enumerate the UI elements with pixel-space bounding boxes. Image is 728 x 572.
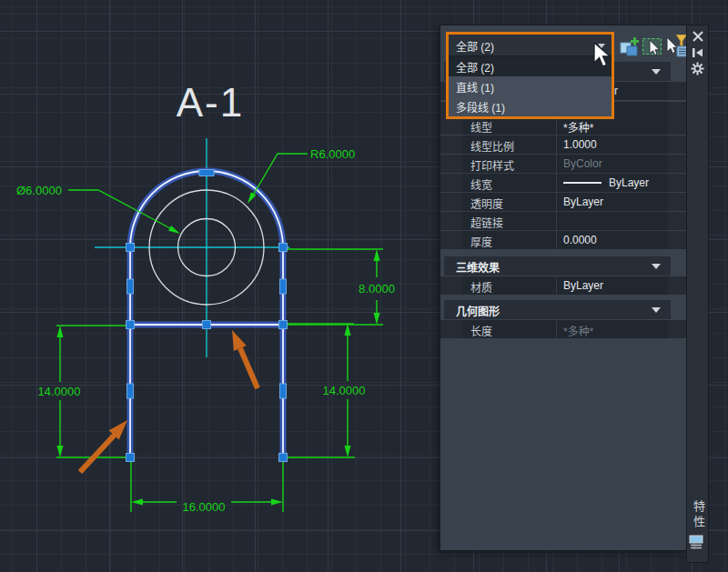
collapse-caret-icon[interactable] <box>652 307 661 313</box>
property-value[interactable]: 0.0000 <box>557 231 668 249</box>
property-row[interactable]: 线宽 ByLayer <box>440 174 687 192</box>
quick-select-icon[interactable] <box>665 35 689 58</box>
grip[interactable] <box>279 244 288 252</box>
property-label: 打印样式 <box>462 155 557 173</box>
property-label: 超链接 <box>462 212 557 230</box>
selection-filter-combobox[interactable]: 全部 (2) <box>449 35 612 56</box>
property-value[interactable]: 1.0000 <box>557 135 668 154</box>
dimensions[interactable] <box>56 154 383 512</box>
section-header-3d-effects[interactable]: 三维效果 <box>444 256 671 276</box>
grip[interactable] <box>126 454 135 462</box>
row-margin <box>440 116 462 135</box>
row-margin <box>440 174 462 192</box>
dim-radius-text[interactable]: R6.0000 <box>310 147 355 161</box>
dimension-texts[interactable]: R6.0000 Ø6.0000 8.0000 14.0000 14.0000 1… <box>16 147 395 514</box>
property-label: 透明度 <box>462 193 557 211</box>
row-margin <box>668 155 686 173</box>
row-margin <box>440 155 462 173</box>
property-value[interactable]: ByLayer <box>557 276 668 295</box>
callout-arrow-head <box>232 330 247 351</box>
property-value[interactable]: ByLayer <box>557 193 668 211</box>
dim-14-left-text[interactable]: 14.0000 <box>38 385 81 398</box>
property-value[interactable]: ByColor <box>557 155 668 173</box>
panel-title-tab[interactable]: 特性 <box>690 500 707 531</box>
property-row[interactable]: 材质 ByLayer <box>440 276 687 295</box>
property-label: 材质 <box>462 276 557 295</box>
grip[interactable] <box>279 321 288 329</box>
row-margin <box>440 193 462 211</box>
close-icon[interactable] <box>693 31 703 42</box>
row-margin <box>668 320 686 338</box>
dim-16-text[interactable]: 16.0000 <box>183 500 226 514</box>
grip-midpoint[interactable] <box>280 279 287 294</box>
property-row[interactable]: 厚度 0.0000 <box>440 231 687 249</box>
property-row[interactable]: 打印样式 ByColor <box>440 155 687 173</box>
selection-filter-value: 全部 (2) <box>456 41 494 54</box>
section-header-label: 三维效果 <box>456 262 500 275</box>
drawing-title-text[interactable]: A-1 <box>177 80 244 125</box>
filter-option-all[interactable]: 全部 (2) <box>449 56 612 76</box>
property-label: 线型比例 <box>462 135 557 154</box>
property-label: 线宽 <box>462 174 557 192</box>
properties-palette-icon[interactable] <box>689 535 704 550</box>
dim-diameter-text[interactable]: Ø6.0000 <box>16 184 62 197</box>
property-row[interactable]: 超链接 <box>440 212 687 230</box>
grip[interactable] <box>279 454 288 462</box>
grip-midpoint[interactable] <box>280 384 287 398</box>
application-window: A-1 <box>0 0 728 572</box>
grip-midpoint[interactable] <box>127 279 134 294</box>
grip[interactable] <box>126 244 135 252</box>
filter-option-polyline[interactable]: 多段线 (1) <box>449 96 612 116</box>
property-value[interactable]: *多种* <box>557 116 668 135</box>
section-header-label: 几何图形 <box>456 306 500 318</box>
row-margin <box>668 193 686 211</box>
property-label: 长度 <box>462 320 557 338</box>
property-value[interactable]: ByLayer <box>557 174 668 192</box>
row-margin <box>668 276 686 295</box>
filter-option-line[interactable]: 直线 (1) <box>449 76 612 96</box>
dimension-arrowheads <box>57 192 380 505</box>
row-margin <box>668 82 686 100</box>
lineweight-sample-line <box>563 182 602 184</box>
grip-midpoint[interactable] <box>127 384 134 398</box>
row-margin <box>668 116 686 135</box>
grip[interactable] <box>203 321 211 329</box>
property-value[interactable] <box>557 212 668 230</box>
row-margin <box>440 276 462 295</box>
lineweight-value-text: ByLayer <box>609 176 649 189</box>
mouse-cursor <box>592 42 614 69</box>
grip[interactable] <box>126 321 135 329</box>
callout-arrow-shaft <box>80 435 115 472</box>
row-margin <box>440 135 462 154</box>
collapse-caret-icon[interactable] <box>652 69 661 75</box>
row-margin <box>440 231 462 249</box>
property-row[interactable]: 透明度 ByLayer <box>440 193 687 211</box>
settings-gear-icon[interactable] <box>691 62 704 75</box>
row-margin <box>668 231 686 249</box>
select-objects-icon[interactable] <box>642 35 664 57</box>
toggle-pickadd-icon[interactable] <box>620 37 640 56</box>
property-label: 厚度 <box>462 231 557 249</box>
grip-midpoint[interactable] <box>199 170 214 176</box>
row-margin <box>668 174 686 192</box>
row-margin <box>668 135 686 154</box>
properties-panel: r 线型 *多种* 线型比例 1.0000 打印样式 ByColo <box>440 25 687 550</box>
row-margin <box>668 102 686 116</box>
dim-14-right-text[interactable]: 14.0000 <box>323 384 366 397</box>
callout-arrows <box>80 330 258 472</box>
property-row[interactable]: 线型 *多种* <box>440 116 687 135</box>
property-row[interactable]: 长度 *多种* <box>440 320 687 338</box>
panel-title-strip: 特性 <box>687 25 708 562</box>
section-header-geometry[interactable]: 几何图形 <box>444 300 671 319</box>
callout-arrow-shaft <box>240 348 258 388</box>
row-margin <box>668 212 686 230</box>
property-value[interactable]: *多种* <box>557 320 668 338</box>
dim-8-text[interactable]: 8.0000 <box>359 282 395 296</box>
auto-hide-icon[interactable] <box>692 47 704 58</box>
collapse-caret-icon[interactable] <box>652 264 661 269</box>
row-margin <box>440 212 462 230</box>
row-margin <box>440 320 462 338</box>
selection-filter-dropdown[interactable]: 全部 (2) 全部 (2) 直线 (1) 多段线 (1) <box>446 32 614 119</box>
property-label: 线型 <box>462 116 557 135</box>
property-row[interactable]: 线型比例 1.0000 <box>440 135 687 154</box>
